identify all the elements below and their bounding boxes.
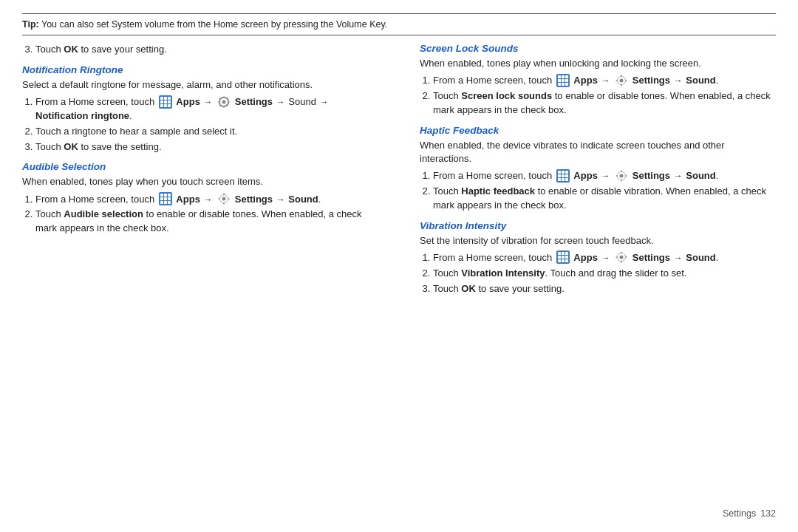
apps-icon-3 <box>556 74 570 87</box>
screen-lock-step-1: From a Home screen, touch Apps → <box>433 74 776 88</box>
haptic-step-2: Touch Haptic feedback to enable or disab… <box>433 185 776 213</box>
tip-bar: Tip: You can also set System volume from… <box>22 13 776 35</box>
settings-icon-2 <box>217 192 231 205</box>
section-notification-ringtone-title: Notification Ringtone <box>22 64 378 75</box>
settings-icon-3 <box>615 74 628 87</box>
apps-icon-5 <box>556 250 570 264</box>
section-haptic-feedback-title: Haptic Feedback <box>420 125 776 136</box>
svg-point-0 <box>222 100 226 103</box>
right-column: Screen Lock Sounds When enabled, tones p… <box>399 43 776 505</box>
apps-icon-4 <box>556 169 570 183</box>
footer: Settings 132 <box>22 505 776 519</box>
footer-page-number: 132 <box>760 508 776 519</box>
screen-lock-intro: When enabled, tones play when unlocking … <box>420 57 776 70</box>
svg-point-16 <box>620 78 624 82</box>
svg-rect-4 <box>219 101 221 103</box>
screen-lock-steps: From a Home screen, touch Apps → <box>433 74 776 117</box>
section-screen-lock-title: Screen Lock Sounds <box>420 43 776 54</box>
settings-icon-5 <box>615 250 628 264</box>
audible-selection-intro: When enabled, tones play when you touch … <box>22 175 378 188</box>
two-column-layout: Touch OK to save your setting. Notificat… <box>22 43 776 505</box>
step-save-setting: Touch OK to save your setting. <box>35 43 378 57</box>
settings-icon <box>217 95 231 109</box>
svg-rect-3 <box>223 106 225 108</box>
svg-rect-5 <box>228 101 230 103</box>
vibration-step-3: Touch OK to save your setting. <box>433 282 776 296</box>
screen-lock-step-2: Touch Screen lock sounds to enable or di… <box>433 89 776 117</box>
svg-point-22 <box>620 174 624 177</box>
notification-step-1: From a Home screen, touch Apps → <box>35 95 378 123</box>
audible-step-2: Touch Audible selection to enable or dis… <box>35 208 378 236</box>
apps-icon <box>159 95 172 109</box>
left-column: Touch OK to save your setting. Notificat… <box>22 43 399 505</box>
haptic-feedback-intro: When enabled, the device vibrates to ind… <box>420 139 776 166</box>
svg-point-28 <box>620 256 624 259</box>
notification-step-3: Touch OK to save the setting. <box>35 140 378 154</box>
section-vibration-intensity-title: Vibration Intensity <box>420 220 776 231</box>
notification-step-2: Touch a ringtone to hear a sample and se… <box>35 125 378 139</box>
vibration-intensity-steps: From a Home screen, touch Apps → <box>433 251 776 296</box>
apps-icon-2 <box>159 192 172 205</box>
svg-rect-2 <box>223 96 225 98</box>
vibration-intensity-intro: Set the intensity of vibration for scree… <box>420 234 776 248</box>
footer-label: Settings <box>723 508 756 519</box>
audible-step-1: From a Home screen, touch Apps → <box>35 193 378 207</box>
audible-selection-steps: From a Home screen, touch Apps → <box>35 193 378 236</box>
settings-icon-4 <box>615 169 628 183</box>
tip-label: Tip: <box>22 19 39 30</box>
vibration-step-1: From a Home screen, touch Apps → <box>433 251 776 265</box>
vibration-step-2: Touch Vibration Intensity. Touch and dra… <box>433 267 776 281</box>
haptic-step-1: From a Home screen, touch Apps → <box>433 169 776 183</box>
haptic-feedback-steps: From a Home screen, touch Apps → <box>433 169 776 213</box>
svg-point-10 <box>222 197 226 201</box>
page: Tip: You can also set System volume from… <box>0 0 798 532</box>
notification-ringtone-steps: From a Home screen, touch Apps → <box>35 95 378 154</box>
section-audible-selection-title: Audible Selection <box>22 161 378 172</box>
notification-ringtone-intro: Select a default ringtone for message, a… <box>22 78 378 92</box>
tip-text: You can also set System volume from the … <box>41 19 387 30</box>
